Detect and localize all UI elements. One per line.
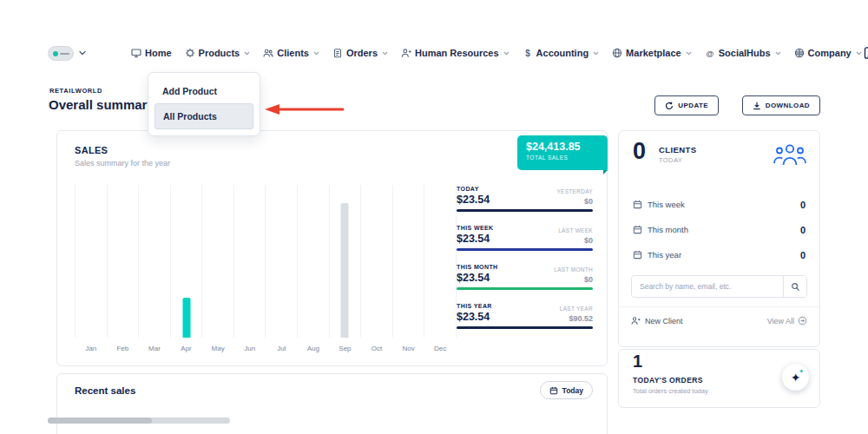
stat-underline — [457, 248, 593, 251]
clients-row-label: This month — [648, 225, 688, 234]
nav-item-label: Marketplace — [626, 48, 681, 58]
chart-column: Jul — [265, 185, 297, 338]
total-sales-badge: $24,413.85 TOTAL SALES — [517, 135, 608, 170]
chart-column: Apr — [170, 185, 202, 338]
stat-compare-value: $90.52 — [560, 314, 593, 323]
nav-item-home[interactable]: Home — [131, 48, 172, 58]
update-button[interactable]: UPDATE — [654, 95, 719, 115]
sparkle-button[interactable]: ✦ ✦ — [782, 364, 809, 391]
search-icon[interactable] — [783, 276, 806, 297]
sales-stat-row: THIS YEAR $23.54 LAST YEAR $90.52 — [457, 300, 593, 329]
horizontal-scrollbar[interactable] — [48, 418, 230, 424]
stat-underline — [457, 287, 593, 290]
stat-label: THIS MONTH — [457, 264, 498, 270]
clients-row-this-month: This month 0 — [619, 217, 819, 242]
dollar-icon: $ — [523, 48, 533, 58]
menu-item-add-product[interactable]: Add Product — [155, 79, 253, 103]
logo-line — [60, 53, 69, 55]
nav-item-clients[interactable]: Clients — [263, 48, 319, 58]
nav-item-socialhubs[interactable]: @ SocialHubs — [705, 48, 781, 58]
nav-item-accounting[interactable]: $ Accounting — [523, 48, 600, 58]
chart-column: May — [201, 185, 233, 338]
navbar-right-actions: ? — [862, 43, 868, 63]
chart-column: Feb — [107, 185, 139, 338]
chart-bar-sep — [341, 203, 349, 338]
menu-item-all-products[interactable]: All Products — [155, 103, 253, 129]
page-title: Overall summary — [49, 97, 155, 112]
chart-month-label: Apr — [171, 345, 202, 352]
nav-item-marketplace[interactable]: Marketplace — [612, 48, 692, 58]
download-icon — [753, 102, 761, 110]
chevron-down-icon — [313, 51, 319, 56]
chart-month-label: Dec — [424, 345, 456, 352]
company-icon — [794, 48, 805, 58]
socialhubs-icon: @ — [705, 48, 715, 58]
nav-item-label: Accounting — [536, 48, 589, 58]
chart-column: Nov — [392, 185, 424, 338]
view-all-link[interactable]: View All — [767, 316, 807, 326]
brand-label: RETAILWORLD — [49, 87, 102, 95]
new-client-link[interactable]: New Client — [631, 316, 683, 326]
stat-compare-value: $0 — [554, 275, 593, 284]
calendar-icon — [633, 225, 642, 234]
stat-label: THIS YEAR — [457, 303, 492, 309]
clients-row-this-year: This year 0 — [619, 242, 819, 267]
nav-item-orders[interactable]: Orders — [332, 48, 388, 58]
people-icon — [263, 48, 273, 58]
sales-stat-row: THIS WEEK $23.54 LAST WEEK $0 — [457, 222, 593, 251]
new-client-label: New Client — [645, 317, 683, 326]
chevron-down-icon — [856, 51, 862, 56]
orders-subtitle: Total orders created today — [633, 387, 708, 395]
nav-item-label: SocialHubs — [719, 48, 771, 58]
nav-item-human-resources[interactable]: Human Resources — [401, 48, 510, 58]
stat-label: TODAY — [457, 186, 490, 192]
clients-count: 0 — [633, 138, 646, 165]
chart-month-label: Jan — [76, 345, 107, 352]
nav-item-label: Human Resources — [415, 48, 499, 58]
person-plus-icon — [631, 316, 641, 326]
orders-title: TODAY'S ORDERS — [633, 376, 703, 385]
nav-item-products[interactable]: Products — [185, 48, 251, 58]
calendar-icon — [633, 200, 642, 209]
clients-row-value: 0 — [800, 200, 806, 210]
clients-subtitle: TODAY — [659, 156, 682, 164]
nav-item-label: Company — [808, 48, 852, 58]
today-filter-button[interactable]: Today — [540, 381, 593, 399]
update-button-label: UPDATE — [678, 102, 708, 109]
people-group-icon — [773, 141, 807, 168]
nav-item-label: Orders — [346, 48, 378, 58]
chevron-down-icon — [382, 51, 388, 56]
stat-value: $23.54 — [457, 272, 498, 284]
nav-item-company[interactable]: Company — [794, 48, 862, 58]
recent-sales-title: Recent sales — [75, 385, 135, 396]
workspace-logo[interactable] — [48, 46, 86, 61]
stat-underline — [457, 209, 593, 212]
clients-title: CLIENTS — [659, 145, 696, 155]
stat-compare-label: LAST WEEK — [558, 227, 593, 233]
calendar-icon — [549, 386, 558, 395]
orders-card: 1 TODAY'S ORDERS Total orders created to… — [618, 349, 820, 408]
download-button[interactable]: DOWNLOAD — [742, 95, 820, 115]
person-plus-icon — [401, 48, 411, 58]
refresh-icon — [665, 102, 674, 110]
sales-stats: TODAY $23.54 YESTERDAY $0 THIS WEEK $23.… — [457, 183, 593, 339]
logo-dot — [53, 51, 58, 56]
top-navbar: Home Products Clients Orders — [48, 38, 823, 68]
notes-icon[interactable] — [862, 46, 868, 60]
logo-chevron-icon — [79, 50, 86, 56]
clients-row-value: 0 — [800, 225, 806, 235]
today-filter-label: Today — [562, 386, 583, 395]
sales-card-title: SALES — [75, 145, 108, 155]
clients-search-input[interactable] — [632, 276, 783, 297]
monitor-icon — [131, 48, 141, 58]
chart-bar-apr — [182, 298, 190, 338]
nav-item-label: Products — [199, 48, 240, 58]
chart-month-label: Jul — [266, 345, 297, 352]
chart-month-label: Jun — [234, 345, 266, 352]
calendar-icon — [633, 250, 642, 260]
red-arrow-annotation — [263, 103, 346, 115]
document-icon — [332, 48, 343, 58]
stat-label: THIS WEEK — [457, 225, 494, 231]
scrollbar-thumb[interactable] — [48, 418, 152, 424]
clients-row-this-week: This week 0 — [619, 192, 819, 217]
